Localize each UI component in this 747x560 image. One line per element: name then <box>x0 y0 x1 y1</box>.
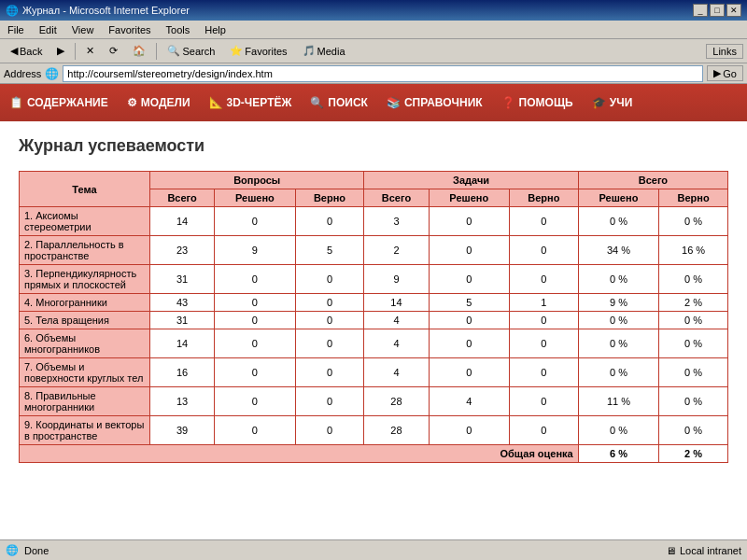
search-label: Search <box>182 46 215 57</box>
search-button[interactable]: 🔍 Search <box>161 43 221 59</box>
table-row: 6. Объемы многогранников 14 0 0 4 0 0 0 … <box>20 329 728 358</box>
col-tasks: Задачи <box>364 172 578 189</box>
t-total: 4 <box>364 329 429 358</box>
refresh-icon: ⟳ <box>109 45 118 57</box>
total-correct: 2 % <box>659 445 728 463</box>
menu-tools[interactable]: Tools <box>162 23 194 36</box>
t-total: 4 <box>364 358 429 387</box>
address-bar: Address 🌐 http://courseml/stereometry/de… <box>0 63 747 84</box>
q-correct: 0 <box>295 312 364 329</box>
window-title: Журнал - Microsoft Internet Explorer <box>22 5 190 16</box>
total-solved: 6 % <box>578 445 658 463</box>
address-input[interactable]: http://courseml/stereometry/design/index… <box>63 65 703 82</box>
col-topic: Тема <box>20 172 150 207</box>
url-text: http://courseml/stereometry/design/index… <box>67 68 272 79</box>
stop-button[interactable]: ✕ <box>79 43 101 59</box>
menu-help[interactable]: Help <box>201 23 230 36</box>
nav-models[interactable]: ⚙ МОДЕЛИ <box>118 92 200 113</box>
total-label: Общая оценка <box>20 445 579 463</box>
topic-cell: 7. Объемы и поверхности круглых тел <box>20 358 150 387</box>
all-solved: 0 % <box>578 329 658 358</box>
3d-icon: 📐 <box>209 96 223 109</box>
menu-favorites[interactable]: Favorites <box>105 23 154 36</box>
menu-view[interactable]: View <box>68 23 98 36</box>
go-button[interactable]: ▶ Go <box>707 65 743 81</box>
col-all-solved: Решено <box>578 189 658 207</box>
t-correct: 1 <box>509 294 578 312</box>
col-q-solved: Решено <box>215 189 295 207</box>
home-button[interactable]: 🏠 <box>126 43 152 59</box>
q-solved: 0 <box>215 329 295 358</box>
all-correct: 0 % <box>659 329 728 358</box>
favorites-button[interactable]: ⭐ Favorites <box>223 43 293 59</box>
t-correct: 0 <box>509 416 578 445</box>
q-total: 39 <box>150 416 215 445</box>
refresh-button[interactable]: ⟳ <box>103 43 124 59</box>
col-t-correct: Верно <box>509 189 578 207</box>
nav-3d[interactable]: 📐 3D-ЧЕРТЁЖ <box>200 92 302 113</box>
title-bar: 🌐 Журнал - Microsoft Internet Explorer _… <box>0 0 747 21</box>
nav-reference[interactable]: 📚 СПРАВОЧНИК <box>377 92 492 113</box>
study-icon: 🎓 <box>592 96 606 109</box>
nav-help[interactable]: ❓ ПОМОЩЬ <box>492 92 583 113</box>
media-button[interactable]: 🎵 Media <box>296 43 352 59</box>
t-solved: 0 <box>429 416 509 445</box>
topic-cell: 8. Правильные многогранники <box>20 387 150 416</box>
t-correct: 0 <box>509 312 578 329</box>
topic-cell: 3. Перпендикулярность прямых и плоскосте… <box>20 265 150 294</box>
links-button[interactable]: Links <box>706 44 743 59</box>
nav-search[interactable]: 🔍 ПОИСК <box>301 92 377 113</box>
all-correct: 16 % <box>659 236 728 265</box>
t-correct: 0 <box>509 265 578 294</box>
contents-icon: 📋 <box>9 96 23 109</box>
minimize-button[interactable]: _ <box>693 4 708 17</box>
status-icon: 🌐 <box>6 544 19 556</box>
menu-edit[interactable]: Edit <box>35 23 61 36</box>
nav-models-label: МОДЕЛИ <box>141 96 190 109</box>
col-questions: Вопросы <box>150 172 364 189</box>
close-button[interactable]: ✕ <box>726 4 741 17</box>
t-solved: 0 <box>429 265 509 294</box>
back-button[interactable]: ◀ Back <box>4 43 49 59</box>
q-correct: 0 <box>295 387 364 416</box>
all-correct: 0 % <box>659 416 728 445</box>
t-solved: 0 <box>429 358 509 387</box>
topic-cell: 5. Тела вращения <box>20 312 150 329</box>
topic-cell: 2. Параллельность в пространстве <box>20 236 150 265</box>
help-icon: ❓ <box>501 96 515 109</box>
q-correct: 0 <box>295 329 364 358</box>
col-t-total: Всего <box>364 189 429 207</box>
nav-study[interactable]: 🎓 УЧИ <box>583 92 642 113</box>
all-solved: 0 % <box>578 207 658 236</box>
nav-bar: 📋 СОДЕРЖАНИЕ ⚙ МОДЕЛИ 📐 3D-ЧЕРТЁЖ 🔍 ПОИС… <box>0 84 747 121</box>
t-total: 28 <box>364 416 429 445</box>
q-total: 31 <box>150 265 215 294</box>
nav-help-label: ПОМОЩЬ <box>519 96 573 109</box>
forward-button[interactable]: ▶ <box>50 43 71 59</box>
toolbar: ◀ Back ▶ ✕ ⟳ 🏠 🔍 Search ⭐ Favorites 🎵 Me… <box>0 39 747 63</box>
q-solved: 0 <box>215 416 295 445</box>
col-total: Всего <box>578 172 727 189</box>
q-correct: 0 <box>295 207 364 236</box>
t-correct: 0 <box>509 387 578 416</box>
q-correct: 0 <box>295 294 364 312</box>
q-total: 13 <box>150 387 215 416</box>
status-text: Done <box>24 545 49 556</box>
nav-contents[interactable]: 📋 СОДЕРЖАНИЕ <box>0 92 118 113</box>
t-correct: 0 <box>509 329 578 358</box>
favorites-label: Favorites <box>245 46 287 57</box>
all-correct: 0 % <box>659 207 728 236</box>
menu-file[interactable]: File <box>4 23 28 36</box>
t-solved: 0 <box>429 312 509 329</box>
maximize-button[interactable]: □ <box>710 4 725 17</box>
content-area: Журнал успеваемости Тема Вопросы Задачи … <box>0 121 747 539</box>
t-correct: 0 <box>509 207 578 236</box>
all-solved: 9 % <box>578 294 658 312</box>
t-total: 4 <box>364 312 429 329</box>
q-solved: 0 <box>215 358 295 387</box>
t-total: 28 <box>364 387 429 416</box>
t-total: 2 <box>364 236 429 265</box>
all-correct: 0 % <box>659 358 728 387</box>
t-solved: 0 <box>429 236 509 265</box>
q-solved: 0 <box>215 207 295 236</box>
